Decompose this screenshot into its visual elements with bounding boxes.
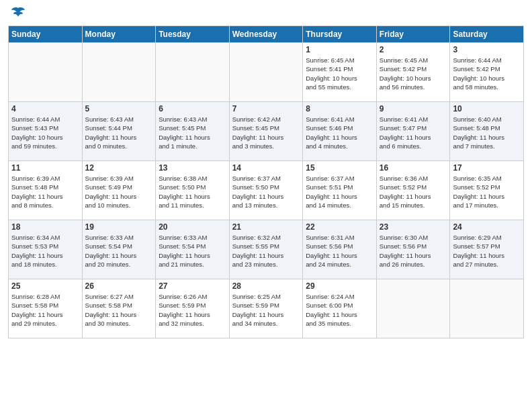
calendar-cell: 16Sunrise: 6:36 AMSunset: 5:52 PMDayligh… xyxy=(376,161,450,220)
calendar-cell: 13Sunrise: 6:38 AMSunset: 5:50 PMDayligh… xyxy=(156,161,230,220)
day-number: 3 xyxy=(453,45,521,54)
day-info: Sunrise: 6:33 AMSunset: 5:54 PMDaylight:… xyxy=(159,233,226,269)
weekday-header-friday: Friday xyxy=(376,26,450,43)
day-number: 2 xyxy=(380,45,447,54)
day-number: 22 xyxy=(306,222,373,232)
calendar-cell: 15Sunrise: 6:37 AMSunset: 5:51 PMDayligh… xyxy=(303,161,377,220)
day-number: 7 xyxy=(232,104,300,113)
day-info: Sunrise: 6:42 AMSunset: 5:45 PMDaylight:… xyxy=(232,115,300,150)
day-number: 18 xyxy=(11,222,79,232)
calendar-cell: 19Sunrise: 6:33 AMSunset: 5:54 PMDayligh… xyxy=(82,220,156,279)
calendar-cell: 14Sunrise: 6:37 AMSunset: 5:50 PMDayligh… xyxy=(229,161,303,220)
calendar-cell: 9Sunrise: 6:41 AMSunset: 5:47 PMDaylight… xyxy=(376,102,450,161)
calendar-cell: 3Sunrise: 6:44 AMSunset: 5:42 PMDaylight… xyxy=(450,43,524,102)
day-info: Sunrise: 6:43 AMSunset: 5:45 PMDaylight:… xyxy=(159,115,226,150)
calendar-cell: 27Sunrise: 6:26 AMSunset: 5:59 PMDayligh… xyxy=(156,279,230,338)
calendar-cell xyxy=(229,43,303,102)
day-number: 25 xyxy=(11,281,79,291)
day-number: 11 xyxy=(11,163,79,173)
day-info: Sunrise: 6:43 AMSunset: 5:44 PMDaylight:… xyxy=(85,115,153,150)
day-number: 24 xyxy=(453,222,521,232)
weekday-header-thursday: Thursday xyxy=(303,26,377,43)
day-number: 28 xyxy=(232,281,300,291)
day-number: 16 xyxy=(380,163,447,173)
day-number: 13 xyxy=(159,163,226,173)
calendar-cell: 11Sunrise: 6:39 AMSunset: 5:48 PMDayligh… xyxy=(9,161,83,220)
calendar-cell: 4Sunrise: 6:44 AMSunset: 5:43 PMDaylight… xyxy=(9,102,83,161)
day-number: 6 xyxy=(159,104,226,113)
day-number: 5 xyxy=(85,104,153,113)
week-row-1: 1Sunrise: 6:45 AMSunset: 5:41 PMDaylight… xyxy=(9,43,524,102)
day-number: 21 xyxy=(232,222,300,232)
day-number: 8 xyxy=(306,104,373,113)
day-info: Sunrise: 6:39 AMSunset: 5:48 PMDaylight:… xyxy=(11,174,79,210)
calendar-cell: 26Sunrise: 6:27 AMSunset: 5:58 PMDayligh… xyxy=(82,279,156,338)
day-info: Sunrise: 6:44 AMSunset: 5:42 PMDaylight:… xyxy=(453,56,521,91)
logo-bird-icon xyxy=(11,7,26,23)
calendar-cell: 29Sunrise: 6:24 AMSunset: 6:00 PMDayligh… xyxy=(303,279,377,338)
calendar-cell: 10Sunrise: 6:40 AMSunset: 5:48 PMDayligh… xyxy=(450,102,524,161)
day-number: 27 xyxy=(159,281,226,291)
day-number: 17 xyxy=(453,163,521,173)
day-info: Sunrise: 6:41 AMSunset: 5:47 PMDaylight:… xyxy=(380,115,447,150)
week-row-2: 4Sunrise: 6:44 AMSunset: 5:43 PMDaylight… xyxy=(9,102,524,161)
calendar-cell: 17Sunrise: 6:35 AMSunset: 5:52 PMDayligh… xyxy=(450,161,524,220)
calendar-cell: 20Sunrise: 6:33 AMSunset: 5:54 PMDayligh… xyxy=(156,220,230,279)
day-info: Sunrise: 6:39 AMSunset: 5:49 PMDaylight:… xyxy=(85,174,153,210)
day-info: Sunrise: 6:44 AMSunset: 5:43 PMDaylight:… xyxy=(11,115,79,150)
day-number: 26 xyxy=(85,281,153,291)
calendar-cell: 21Sunrise: 6:32 AMSunset: 5:55 PMDayligh… xyxy=(229,220,303,279)
day-number: 23 xyxy=(380,222,447,232)
page: SundayMondayTuesdayWednesdayThursdayFrid… xyxy=(0,0,532,411)
calendar-cell xyxy=(156,43,230,102)
day-info: Sunrise: 6:32 AMSunset: 5:55 PMDaylight:… xyxy=(232,233,300,269)
calendar-cell xyxy=(82,43,156,102)
calendar-cell: 22Sunrise: 6:31 AMSunset: 5:56 PMDayligh… xyxy=(303,220,377,279)
calendar-cell: 18Sunrise: 6:34 AMSunset: 5:53 PMDayligh… xyxy=(9,220,83,279)
day-number: 10 xyxy=(453,104,521,113)
day-info: Sunrise: 6:28 AMSunset: 5:58 PMDaylight:… xyxy=(11,292,79,328)
day-info: Sunrise: 6:36 AMSunset: 5:52 PMDaylight:… xyxy=(380,174,447,210)
day-number: 14 xyxy=(232,163,300,173)
day-number: 15 xyxy=(306,163,373,173)
week-row-5: 25Sunrise: 6:28 AMSunset: 5:58 PMDayligh… xyxy=(9,279,524,338)
day-info: Sunrise: 6:45 AMSunset: 5:42 PMDaylight:… xyxy=(380,56,447,91)
calendar-cell: 1Sunrise: 6:45 AMSunset: 5:41 PMDaylight… xyxy=(303,43,377,102)
calendar-cell: 5Sunrise: 6:43 AMSunset: 5:44 PMDaylight… xyxy=(82,102,156,161)
calendar-cell xyxy=(9,43,83,102)
calendar-cell: 12Sunrise: 6:39 AMSunset: 5:49 PMDayligh… xyxy=(82,161,156,220)
day-number: 1 xyxy=(306,45,373,54)
day-info: Sunrise: 6:31 AMSunset: 5:56 PMDaylight:… xyxy=(306,233,373,269)
day-number: 29 xyxy=(306,281,373,291)
calendar-cell: 23Sunrise: 6:30 AMSunset: 5:56 PMDayligh… xyxy=(376,220,450,279)
day-info: Sunrise: 6:25 AMSunset: 5:59 PMDaylight:… xyxy=(232,292,300,328)
day-info: Sunrise: 6:37 AMSunset: 5:51 PMDaylight:… xyxy=(306,174,373,210)
weekday-header-row: SundayMondayTuesdayWednesdayThursdayFrid… xyxy=(9,26,524,43)
day-info: Sunrise: 6:45 AMSunset: 5:41 PMDaylight:… xyxy=(306,56,373,91)
calendar: SundayMondayTuesdayWednesdayThursdayFrid… xyxy=(8,26,524,338)
day-number: 12 xyxy=(85,163,153,173)
day-number: 9 xyxy=(380,104,447,113)
day-info: Sunrise: 6:26 AMSunset: 5:59 PMDaylight:… xyxy=(159,292,226,328)
weekday-header-saturday: Saturday xyxy=(450,26,524,43)
logo xyxy=(8,7,26,20)
weekday-header-monday: Monday xyxy=(82,26,156,43)
weekday-header-sunday: Sunday xyxy=(9,26,83,43)
calendar-cell: 6Sunrise: 6:43 AMSunset: 5:45 PMDaylight… xyxy=(156,102,230,161)
day-info: Sunrise: 6:34 AMSunset: 5:53 PMDaylight:… xyxy=(11,233,79,269)
day-info: Sunrise: 6:35 AMSunset: 5:52 PMDaylight:… xyxy=(453,174,521,210)
calendar-cell xyxy=(376,279,450,338)
day-info: Sunrise: 6:29 AMSunset: 5:57 PMDaylight:… xyxy=(453,233,521,269)
header xyxy=(8,7,524,20)
day-info: Sunrise: 6:24 AMSunset: 6:00 PMDaylight:… xyxy=(306,292,373,328)
calendar-cell: 24Sunrise: 6:29 AMSunset: 5:57 PMDayligh… xyxy=(450,220,524,279)
calendar-cell xyxy=(450,279,524,338)
weekday-header-wednesday: Wednesday xyxy=(229,26,303,43)
day-info: Sunrise: 6:33 AMSunset: 5:54 PMDaylight:… xyxy=(85,233,153,269)
calendar-cell: 25Sunrise: 6:28 AMSunset: 5:58 PMDayligh… xyxy=(9,279,83,338)
calendar-cell: 28Sunrise: 6:25 AMSunset: 5:59 PMDayligh… xyxy=(229,279,303,338)
calendar-cell: 7Sunrise: 6:42 AMSunset: 5:45 PMDaylight… xyxy=(229,102,303,161)
day-number: 4 xyxy=(11,104,79,113)
week-row-3: 11Sunrise: 6:39 AMSunset: 5:48 PMDayligh… xyxy=(9,161,524,220)
day-number: 19 xyxy=(85,222,153,232)
